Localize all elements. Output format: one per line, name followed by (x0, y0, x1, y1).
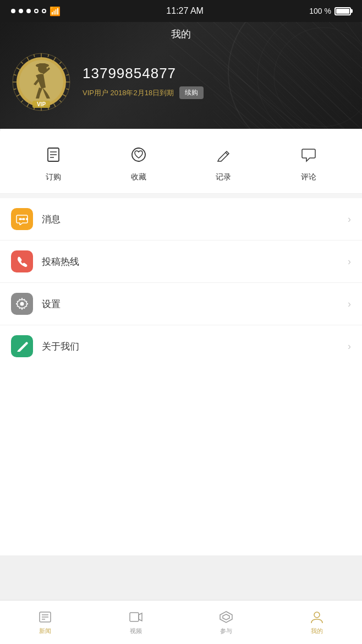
settings-icon-box (11, 293, 33, 315)
profile-row: VIP 13799854877 VIP用户 2018年2月18日到期 续购 (11, 52, 351, 112)
svg-rect-45 (39, 63, 46, 68)
message-icon-box (11, 208, 33, 230)
settings-label: 设置 (42, 298, 348, 310)
hotline-label: 投稿热线 (42, 255, 348, 268)
svg-line-31 (27, 103, 29, 107)
profile-info: 13799854877 VIP用户 2018年2月18日到期 续购 (83, 65, 204, 99)
svg-point-56 (21, 219, 23, 220)
svg-point-57 (24, 219, 25, 220)
svg-line-19 (54, 57, 56, 61)
participate-tab-icon (218, 609, 234, 625)
battery-percent: 100 % (309, 7, 331, 15)
participate-tab-label: 参与 (220, 627, 232, 635)
vip-badge: VIP (32, 101, 50, 108)
action-record[interactable]: 记录 (211, 143, 235, 182)
message-chevron: › (348, 214, 351, 225)
tab-video[interactable]: 视频 (91, 609, 182, 635)
svg-rect-63 (130, 613, 139, 621)
tab-participate[interactable]: 参与 (181, 609, 272, 635)
status-bar: 📶 11:27 AM 100 % (0, 0, 362, 22)
about-icon-box (11, 335, 33, 357)
action-comment[interactable]: 评论 (297, 143, 321, 182)
phone-number: 13799854877 (83, 65, 204, 82)
svg-line-33 (17, 95, 20, 97)
tab-news[interactable]: 新闻 (0, 609, 91, 635)
section-divider (0, 194, 362, 198)
svg-line-24 (66, 89, 69, 89)
hotline-icon-box (11, 250, 33, 272)
bottom-padding (0, 367, 362, 417)
video-tab-icon (128, 609, 144, 625)
quick-actions: 订购 收藏 记录 (0, 126, 362, 194)
mine-tab-label: 我的 (311, 627, 323, 635)
signal-dot-2 (19, 9, 23, 13)
wifi-icon: 📶 (50, 6, 61, 17)
menu-item-about[interactable]: 关于我们 › (0, 325, 362, 367)
message-icon (16, 213, 28, 225)
news-tab-icon (37, 609, 53, 625)
main-card: 订购 收藏 记录 (0, 126, 362, 555)
status-right: 100 % (309, 7, 351, 15)
svg-line-22 (66, 75, 69, 75)
svg-line-32 (21, 100, 23, 102)
menu-list: 消息 › 投稿热线 › 设置 › (0, 198, 362, 367)
svg-line-38 (21, 62, 23, 64)
action-favorite[interactable]: 收藏 (127, 143, 151, 182)
favorite-label: 收藏 (131, 172, 146, 182)
menu-item-message[interactable]: 消息 › (0, 198, 362, 241)
svg-line-25 (63, 95, 66, 97)
menu-item-hotline[interactable]: 投稿热线 › (0, 241, 362, 283)
comment-icon (297, 143, 321, 167)
svg-point-66 (314, 612, 320, 618)
settings-chevron: › (348, 298, 351, 310)
svg-point-50 (132, 148, 145, 161)
favorite-icon (127, 143, 151, 167)
svg-line-18 (48, 54, 48, 57)
svg-line-13 (345, 22, 362, 44)
record-icon (211, 143, 235, 167)
svg-line-40 (34, 54, 35, 57)
signal-dot-1 (11, 9, 15, 13)
tab-bar: 新闻 视频 参与 我的 (0, 600, 362, 644)
about-chevron: › (348, 341, 351, 352)
battery-icon (334, 7, 351, 15)
svg-line-34 (14, 89, 17, 89)
svg-line-36 (14, 75, 17, 75)
avatar-container[interactable]: VIP (11, 52, 72, 112)
menu-item-settings[interactable]: 设置 › (0, 283, 362, 325)
message-label: 消息 (42, 213, 348, 226)
vip-expiry-text: VIP用户 2018年2月18日到期 (83, 88, 174, 98)
profile-header: 我的 (0, 22, 362, 129)
svg-line-26 (59, 100, 62, 102)
svg-marker-65 (223, 614, 229, 620)
record-label: 记录 (216, 172, 231, 182)
battery-fill (336, 9, 349, 14)
pencil2-icon (16, 340, 28, 352)
svg-line-20 (59, 62, 62, 64)
order-icon (41, 143, 65, 167)
news-tab-label: 新闻 (39, 627, 51, 635)
signal-dot-4 (34, 9, 39, 13)
svg-marker-64 (220, 612, 232, 623)
gear-icon (16, 298, 28, 310)
signal-dot-5 (42, 9, 46, 13)
svg-line-21 (63, 68, 66, 70)
about-label: 关于我们 (42, 340, 348, 353)
avatar-image (17, 57, 66, 107)
status-left: 📶 (11, 6, 61, 17)
svg-point-58 (20, 302, 24, 306)
phone-icon (16, 255, 28, 268)
tab-mine[interactable]: 我的 (272, 609, 363, 635)
status-time: 11:27 AM (166, 6, 204, 16)
svg-line-51 (226, 152, 228, 155)
action-order[interactable]: 订购 (41, 143, 65, 182)
video-tab-label: 视频 (130, 627, 142, 635)
signal-dot-3 (26, 9, 31, 13)
hotline-chevron: › (348, 256, 351, 268)
renew-button[interactable]: 续购 (179, 86, 204, 99)
mine-tab-icon (309, 609, 325, 625)
svg-point-55 (19, 219, 21, 220)
vip-info: VIP用户 2018年2月18日到期 续购 (83, 86, 204, 99)
svg-line-27 (54, 103, 56, 107)
comment-label: 评论 (301, 172, 316, 182)
